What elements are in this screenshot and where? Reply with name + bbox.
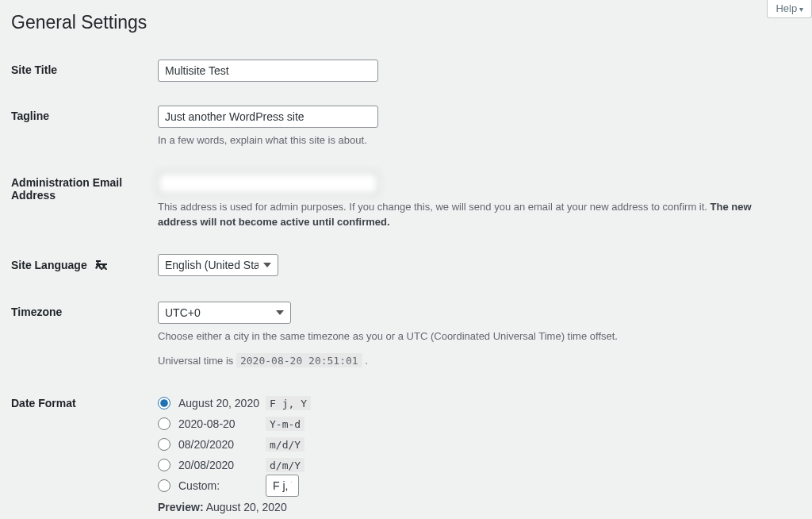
site-title-input[interactable]: [158, 60, 378, 82]
tagline-label: Tagline: [11, 94, 150, 160]
date-format-code-0: F j, Y: [266, 396, 311, 410]
date-format-text-0: August 20, 2020: [178, 397, 266, 409]
site-language-label: Site Language: [11, 242, 150, 290]
page-title: General Settings: [11, 12, 801, 33]
date-format-label: Date Format: [11, 381, 150, 520]
date-format-preview: Preview: August 20, 2020: [158, 501, 793, 513]
date-format-radio-custom[interactable]: [158, 479, 170, 492]
site-title-label: Site Title: [11, 48, 150, 94]
date-format-code-2: m/d/Y: [266, 437, 304, 452]
site-language-select[interactable]: English (United States): [158, 254, 278, 276]
admin-email-desc: This address is used for admin purposes.…: [158, 199, 793, 230]
date-format-radio-0[interactable]: [158, 397, 170, 409]
date-format-custom-label: Custom:: [178, 479, 266, 492]
timezone-label: Timezone: [11, 290, 150, 381]
admin-email-label: Administration Email Address: [11, 160, 150, 242]
translate-icon: [94, 258, 109, 274]
date-format-code-3: d/m/Y: [266, 458, 304, 472]
date-format-radio-2[interactable]: [158, 438, 170, 451]
tagline-input[interactable]: [158, 106, 378, 128]
help-tab[interactable]: Help: [767, 0, 812, 18]
admin-email-input[interactable]: [158, 172, 378, 194]
tagline-desc: In a few words, explain what this site i…: [158, 133, 793, 148]
date-format-text-2: 08/20/2020: [178, 438, 266, 451]
date-format-radio-1[interactable]: [158, 417, 170, 430]
date-format-radio-3[interactable]: [158, 459, 170, 471]
date-format-text-3: 20/08/2020: [178, 459, 266, 471]
timezone-select[interactable]: UTC+0: [158, 302, 291, 324]
timezone-desc: Choose either a city in the same timezon…: [158, 329, 793, 344]
universal-time: Universal time is 2020-08-20 20:51:01 .: [158, 353, 793, 369]
date-format-code-1: Y-m-d: [266, 417, 304, 431]
date-format-custom-input[interactable]: [266, 475, 299, 497]
date-format-text-1: 2020-08-20: [178, 417, 266, 430]
